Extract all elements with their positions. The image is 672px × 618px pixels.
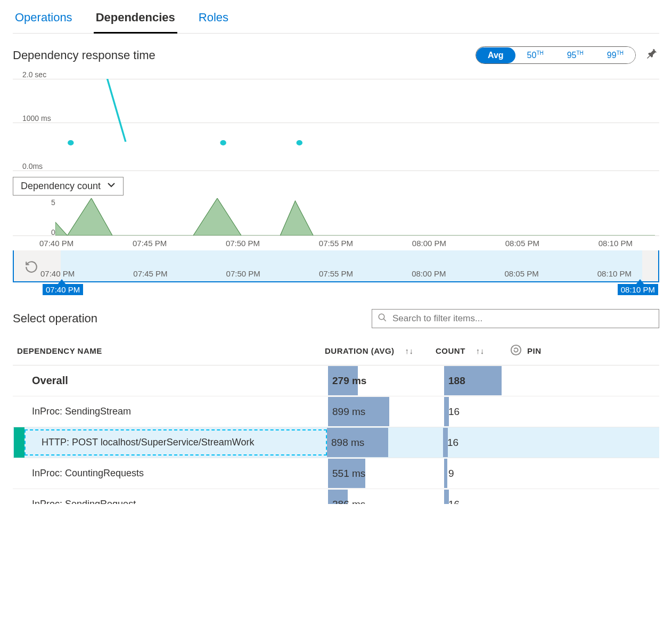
svg-point-4 bbox=[379, 314, 384, 320]
table-row[interactable]: Overall279 ms188 bbox=[13, 365, 659, 396]
slider-tick: 07:40 PM bbox=[40, 269, 75, 278]
percentile-99th[interactable]: 99TH bbox=[595, 47, 635, 63]
row-name: Overall bbox=[16, 368, 328, 393]
tab-bar: Operations Dependencies Roles bbox=[13, 4, 659, 34]
table-row[interactable]: InProc: CountingRequests551 ms9 bbox=[13, 458, 659, 489]
sort-icon[interactable]: ↑↓ bbox=[476, 346, 485, 355]
svg-line-5 bbox=[383, 319, 386, 322]
table-row[interactable]: InProc: SendingRequest286 ms16 bbox=[13, 489, 659, 504]
row-duration: 279 ms bbox=[328, 375, 366, 387]
slider-tick: 08:10 PM bbox=[597, 269, 632, 278]
row-count: 16 bbox=[444, 499, 460, 505]
row-name: InProc: SendingRequest bbox=[16, 492, 328, 504]
slider-tick: 07:55 PM bbox=[319, 269, 353, 278]
svg-point-6 bbox=[511, 345, 521, 355]
percentile-95th[interactable]: 95TH bbox=[555, 47, 595, 63]
row-name: InProc: CountingRequests bbox=[16, 461, 328, 485]
sort-icon[interactable]: ↑↓ bbox=[405, 346, 414, 355]
row-count: 16 bbox=[444, 406, 460, 418]
table-row[interactable]: InProc: SendingStream899 ms16 bbox=[13, 396, 659, 427]
row-count: 9 bbox=[444, 468, 454, 479]
dropdown-label: Dependency count bbox=[21, 181, 101, 192]
table-body: ▲ Overall279 ms188InProc: SendingStream8… bbox=[13, 365, 659, 504]
svg-point-1 bbox=[68, 140, 73, 145]
search-icon bbox=[378, 313, 387, 324]
row-duration: 899 ms bbox=[328, 406, 365, 418]
slider-start-label: 07:40 PM bbox=[43, 284, 83, 295]
slider-tick: 08:00 PM bbox=[412, 269, 446, 278]
y-tick: 5 bbox=[51, 198, 55, 207]
search-box[interactable] bbox=[372, 309, 659, 328]
slider-tick: 07:50 PM bbox=[226, 269, 260, 278]
table-row[interactable]: HTTP: POST localhost/SuperService/Stream… bbox=[13, 427, 659, 458]
row-duration: 286 ms bbox=[328, 499, 365, 505]
col-pin: PIN bbox=[527, 346, 542, 355]
row-duration: 898 ms bbox=[327, 437, 364, 449]
chevron-down-icon bbox=[107, 181, 116, 192]
svg-line-0 bbox=[108, 79, 126, 142]
row-count: 188 bbox=[444, 375, 465, 387]
percentile-toggle: Avg 50TH 95TH 99TH bbox=[476, 46, 636, 64]
col-dependency-name[interactable]: DEPENDENCY NAME bbox=[13, 346, 325, 355]
svg-point-2 bbox=[220, 140, 226, 145]
slider-tick: 08:05 PM bbox=[504, 269, 538, 278]
pin-icon[interactable] bbox=[646, 48, 659, 63]
tab-operations[interactable]: Operations bbox=[13, 4, 75, 33]
row-name: InProc: SendingStream bbox=[16, 400, 328, 424]
reset-columns-icon[interactable] bbox=[510, 344, 522, 357]
row-duration: 551 ms bbox=[328, 468, 365, 479]
select-operation-title: Select operation bbox=[13, 312, 97, 326]
svg-point-3 bbox=[297, 140, 302, 145]
tab-roles[interactable]: Roles bbox=[196, 4, 231, 33]
slider-tick: 07:45 PM bbox=[133, 269, 167, 278]
response-time-chart: 2.0 sec 1000 ms 0.0ms bbox=[13, 70, 659, 177]
row-name: HTTP: POST localhost/SuperService/Stream… bbox=[24, 429, 327, 456]
percentile-50th[interactable]: 50TH bbox=[515, 47, 555, 63]
count-metric-dropdown[interactable]: Dependency count bbox=[13, 177, 124, 196]
col-count[interactable]: COUNT bbox=[436, 346, 465, 355]
time-range-slider[interactable]: 07:40 PM 07:45 PM 07:50 PM 07:55 PM 08:0… bbox=[13, 250, 659, 282]
section-title: Dependency response time bbox=[13, 48, 155, 62]
percentile-avg[interactable]: Avg bbox=[476, 47, 515, 63]
row-count: 16 bbox=[443, 437, 458, 449]
search-input[interactable] bbox=[392, 313, 653, 324]
table-header: DEPENDENCY NAME DURATION (AVG) ↑↓ COUNT … bbox=[13, 339, 659, 365]
tab-dependencies[interactable]: Dependencies bbox=[94, 4, 177, 34]
dependency-count-chart: Dependency count 5 0 07:40 PM 07:45 PM 0… bbox=[13, 177, 659, 251]
col-duration[interactable]: DURATION (AVG) bbox=[325, 346, 395, 355]
y-tick: 2.0 sec bbox=[22, 70, 46, 79]
slider-end-label: 08:10 PM bbox=[618, 284, 658, 295]
